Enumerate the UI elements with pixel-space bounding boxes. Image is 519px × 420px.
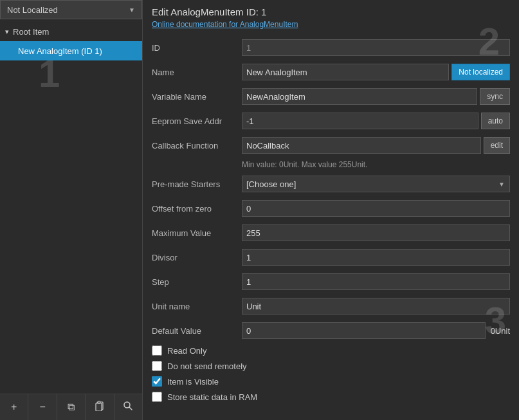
add-icon: + bbox=[11, 401, 17, 413]
callback-row: Callback Function edit bbox=[152, 136, 510, 155]
eeprom-input[interactable] bbox=[242, 113, 478, 129]
tree-analog-item[interactable]: New AnalogItem (ID 1) bbox=[0, 41, 142, 60]
search-icon bbox=[123, 401, 133, 414]
right-panel: 2 3 Edit AnalogMenuItem ID: 1 Online doc… bbox=[143, 0, 519, 420]
paste-icon bbox=[95, 401, 105, 414]
tree-root-label: Root Item bbox=[13, 27, 49, 37]
doc-link[interactable]: Online documentation for AnalogMenuItem bbox=[152, 20, 510, 29]
do-not-send-label: Do not send remotely bbox=[167, 361, 247, 371]
eeprom-row: Eeprom Save Addr auto bbox=[152, 111, 510, 131]
max-value-input[interactable] bbox=[242, 224, 510, 241]
do-not-send-checkbox[interactable] bbox=[152, 361, 162, 371]
divisor-row: Divisor bbox=[152, 248, 510, 267]
default-value-row: Default Value 0Unit bbox=[152, 321, 510, 340]
svg-rect-2 bbox=[98, 401, 100, 403]
eeprom-label: Eeprom Save Addr bbox=[152, 116, 242, 126]
store-static-label: Store static data in RAM bbox=[167, 392, 257, 402]
default-value-unit: 0Unit bbox=[491, 326, 510, 336]
variable-name-row: Variable Name sync bbox=[152, 87, 510, 106]
step-input[interactable] bbox=[242, 273, 510, 290]
id-input[interactable] bbox=[242, 39, 510, 56]
divisor-label: Divisor bbox=[152, 253, 242, 262]
search-button[interactable] bbox=[114, 394, 142, 420]
name-row: Name Not localized bbox=[152, 62, 510, 82]
store-static-row: Store static data in RAM bbox=[152, 392, 510, 402]
svg-rect-1 bbox=[96, 403, 102, 411]
callback-label: Callback Function bbox=[152, 141, 242, 151]
page-title: Edit AnalogMenuItem ID: 1 bbox=[152, 6, 510, 17]
premade-label: Pre-made Starters bbox=[152, 179, 242, 189]
max-value-label: Maximum Value bbox=[152, 228, 242, 238]
tree-container: ▾ Root Item New AnalogItem (ID 1) bbox=[0, 19, 142, 394]
variable-name-input[interactable] bbox=[242, 88, 477, 105]
add-button[interactable]: + bbox=[0, 394, 28, 420]
unit-name-input[interactable] bbox=[242, 298, 510, 315]
step-row: Step bbox=[152, 272, 510, 291]
edit-button[interactable]: edit bbox=[484, 137, 510, 154]
remove-button[interactable]: − bbox=[28, 394, 57, 420]
id-row: ID bbox=[152, 38, 510, 57]
svg-line-4 bbox=[129, 407, 132, 410]
not-localized-button[interactable]: Not localized bbox=[451, 64, 510, 80]
step-label: Step bbox=[152, 277, 242, 287]
unit-name-label: Unit name bbox=[152, 302, 242, 311]
callback-input[interactable] bbox=[242, 137, 481, 154]
unit-name-row: Unit name bbox=[152, 297, 510, 316]
localization-dropdown[interactable]: Not Localized ▼ bbox=[0, 0, 142, 19]
premade-row: Pre-made Starters [Choose one] ▼ bbox=[152, 174, 510, 194]
name-label: Name bbox=[152, 68, 242, 77]
id-label: ID bbox=[152, 43, 242, 53]
copy-button[interactable]: ⧉ bbox=[57, 394, 86, 420]
offset-input[interactable] bbox=[242, 200, 510, 217]
default-value-input[interactable] bbox=[242, 322, 486, 339]
offset-row: Offset from zero bbox=[152, 199, 510, 218]
variable-name-label: Variable Name bbox=[152, 92, 242, 102]
max-value-row: Maximum Value bbox=[152, 223, 510, 242]
sync-button[interactable]: sync bbox=[480, 88, 510, 105]
default-value-label: Default Value bbox=[152, 326, 242, 336]
min-max-hint: Min value: 0Unit. Max value 255Unit. bbox=[242, 160, 510, 169]
premade-dropdown-wrap: [Choose one] ▼ bbox=[242, 176, 510, 192]
dropdown-arrow-icon: ▼ bbox=[129, 6, 135, 14]
copy-icon: ⧉ bbox=[68, 401, 75, 413]
read-only-label: Read Only bbox=[167, 346, 206, 356]
bottom-toolbar: + − ⧉ bbox=[0, 394, 142, 420]
tree-item-label: New AnalogItem (ID 1) bbox=[18, 46, 102, 56]
auto-button[interactable]: auto bbox=[481, 113, 510, 129]
paste-button[interactable] bbox=[86, 394, 114, 420]
store-static-checkbox[interactable] bbox=[152, 392, 162, 402]
item-visible-checkbox[interactable] bbox=[152, 376, 162, 387]
offset-label: Offset from zero bbox=[152, 204, 242, 214]
do-not-send-row: Do not send remotely bbox=[152, 361, 510, 371]
premade-select[interactable]: [Choose one] bbox=[242, 176, 510, 192]
dropdown-label: Not Localized bbox=[7, 5, 58, 15]
tree-root-item[interactable]: ▾ Root Item bbox=[0, 22, 142, 41]
remove-icon: − bbox=[39, 401, 45, 413]
item-visible-label: Item is Visible bbox=[167, 377, 219, 387]
read-only-row: Read Only bbox=[152, 345, 510, 356]
tree-chevron-icon: ▾ bbox=[5, 28, 9, 36]
divisor-input[interactable] bbox=[242, 249, 510, 266]
read-only-checkbox[interactable] bbox=[152, 345, 162, 356]
item-visible-row: Item is Visible bbox=[152, 376, 510, 387]
name-input[interactable] bbox=[242, 64, 449, 80]
